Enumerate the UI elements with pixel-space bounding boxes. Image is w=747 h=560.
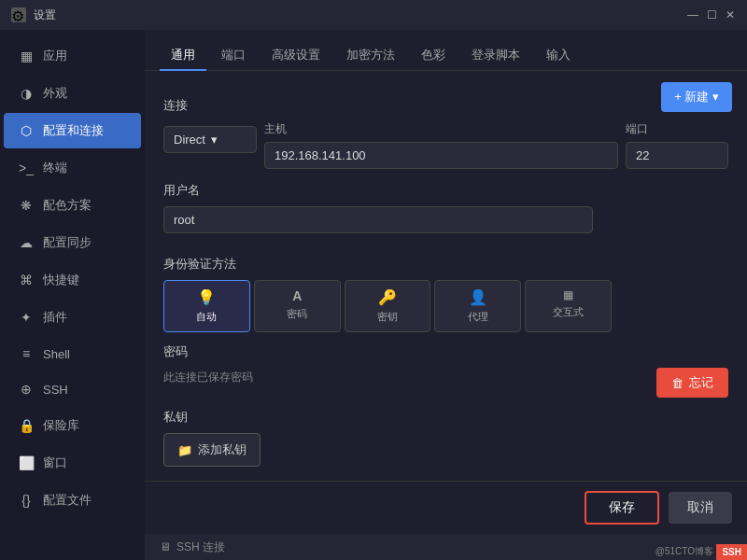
sidebar-item-vault[interactable]: 🔒 保险库 [4,408,141,443]
auth-proxy-button[interactable]: 👤 代理 [434,280,521,332]
tab-color[interactable]: 色彩 [410,41,457,71]
app-icon: ⚙ [11,7,26,22]
sidebar-label-ssh: SSH [43,383,68,397]
close-button[interactable]: ✕ [725,9,736,21]
auth-interactive-button[interactable]: ▦ 交互式 [525,280,612,332]
sidebar-label-terminal: 终端 [43,160,67,176]
auth-key-button[interactable]: 🔑 密钥 [345,280,431,332]
forget-password-button[interactable]: 🗑 忘记 [656,368,728,398]
password-row: 此连接已保存密码 🗑 忘记 [163,368,728,398]
maximize-button[interactable]: ☐ [706,9,717,21]
sidebar-label-config-file: 配置文件 [43,492,92,509]
tab-encryption[interactable]: 加密方法 [335,41,406,71]
content-area: 通用 端口 高级设置 加密方法 色彩 登录脚本 输入 + 新建 ▾ 连接 [145,30,747,560]
sidebar-label-plugins: 插件 [43,309,67,326]
sync-icon: ☁ [19,235,34,250]
tab-advanced[interactable]: 高级设置 [261,41,331,71]
sidebar-label-color-scheme: 配色方案 [43,197,92,214]
tab-input[interactable]: 输入 [535,41,582,71]
tab-login-script[interactable]: 登录脚本 [460,41,531,71]
config-file-icon: {} [19,493,34,508]
main-layout: ▦ 应用 ◑ 外观 ⬡ 配置和连接 >_ 终端 ❋ 配色方案 ☁ 配置同步 [0,30,747,560]
auth-label: 身份验证方法 [163,256,728,273]
sidebar-item-terminal[interactable]: >_ 终端 [4,150,141,186]
port-input[interactable] [626,142,728,169]
type-col: Direct ▾ [163,121,257,169]
status-label: SSH 连接 [176,539,225,555]
cancel-button[interactable]: 取消 [669,492,732,524]
title-text: 设置 [34,7,687,23]
sidebar-item-appearance[interactable]: ◑ 外观 [4,76,141,111]
host-col: 主机 [264,121,618,169]
sidebar-item-ssh[interactable]: ⊕ SSH [4,372,141,406]
proxy-icon: 👤 [469,288,487,306]
sidebar-item-shell[interactable]: ≡ Shell [4,337,141,371]
sidebar-item-config[interactable]: ⬡ 配置和连接 [4,113,141,148]
password-section-label: 密码 [163,343,728,360]
forget-icon: 🗑 [671,376,684,390]
password-hint: 此连接已保存密码 [163,371,253,384]
auto-icon: 💡 [197,288,216,306]
username-input[interactable] [163,206,593,233]
auth-key-label: 密钥 [377,310,398,324]
dropdown-arrow-icon: ▾ [211,133,218,147]
sidebar-item-color-scheme[interactable]: ❋ 配色方案 [4,188,141,223]
auth-password-button[interactable]: A 密码 [254,280,341,332]
save-button[interactable]: 保存 [585,491,659,525]
auth-password-label: 密码 [287,307,307,321]
password-type-icon: A [292,288,302,303]
add-private-key-button[interactable]: 📁 添加私钥 [163,433,261,467]
username-label: 用户名 [163,182,728,199]
sidebar-item-shortcuts[interactable]: ⌘ 快捷键 [4,262,141,298]
minimize-button[interactable]: — [687,9,698,21]
sidebar-item-sync[interactable]: ☁ 配置同步 [4,225,141,260]
connection-type-dropdown[interactable]: Direct ▾ [163,126,257,153]
sidebar-label-apps: 应用 [43,48,67,64]
auth-auto-label: 自动 [196,310,217,324]
window-icon: ⬜ [19,455,34,470]
app-window: ⚙ 设置 — ☐ ✕ ▦ 应用 ◑ 外观 ⬡ 配置和连接 >_ 终端 [0,0,747,560]
tab-bar: 通用 端口 高级设置 加密方法 色彩 登录脚本 输入 [145,30,747,71]
ssh-icon: ⊕ [19,382,34,397]
auth-proxy-label: 代理 [468,310,488,324]
sidebar-label-vault: 保险库 [43,417,79,434]
connection-label: 连接 [163,97,728,114]
vault-icon: 🔒 [19,418,34,433]
shortcuts-icon: ⌘ [19,273,34,287]
port-col-label: 端口 [626,121,728,137]
sidebar-label-shortcuts: 快捷键 [43,272,79,288]
terminal-icon: >_ [19,161,34,175]
tab-general[interactable]: 通用 [160,41,206,71]
sidebar-label-sync: 配置同步 [43,234,92,251]
window-controls: — ☐ ✕ [687,9,736,21]
connection-grid: Direct ▾ 主机 端口 [163,121,728,169]
apps-icon: ▦ [19,49,34,63]
host-input[interactable] [264,142,618,169]
interactive-icon: ▦ [563,288,573,301]
status-text: 🖥 SSH 连接 [160,539,225,555]
host-col-label: 主机 [264,121,618,137]
action-bar: 保存 取消 [145,481,747,534]
sidebar-label-shell: Shell [43,347,70,361]
auth-auto-button[interactable]: 💡 自动 [163,280,250,332]
sidebar-label-appearance: 外观 [43,85,67,102]
tab-port[interactable]: 端口 [210,41,257,71]
sidebar-label-window: 窗口 [43,455,67,471]
add-key-icon: 📁 [177,443,192,457]
forget-label: 忘记 [689,374,713,391]
sidebar-item-window[interactable]: ⬜ 窗口 [4,445,141,481]
appearance-icon: ◑ [19,86,34,101]
status-icon: 🖥 [160,540,171,553]
sidebar-item-config-file[interactable]: {} 配置文件 [4,483,141,518]
config-icon: ⬡ [19,123,34,138]
new-button[interactable]: + 新建 ▾ [661,82,732,112]
auth-interactive-label: 交互式 [553,305,584,319]
sidebar-item-apps[interactable]: ▦ 应用 [4,38,141,74]
shell-icon: ≡ [19,346,34,361]
sidebar-item-plugins[interactable]: ✦ 插件 [4,300,141,335]
color-scheme-icon: ❋ [19,198,34,213]
sidebar: ▦ 应用 ◑ 外观 ⬡ 配置和连接 >_ 终端 ❋ 配色方案 ☁ 配置同步 [0,30,145,560]
private-key-label: 私钥 [163,409,728,426]
add-key-label: 添加私钥 [198,441,247,458]
password-left: 此连接已保存密码 [163,368,649,385]
